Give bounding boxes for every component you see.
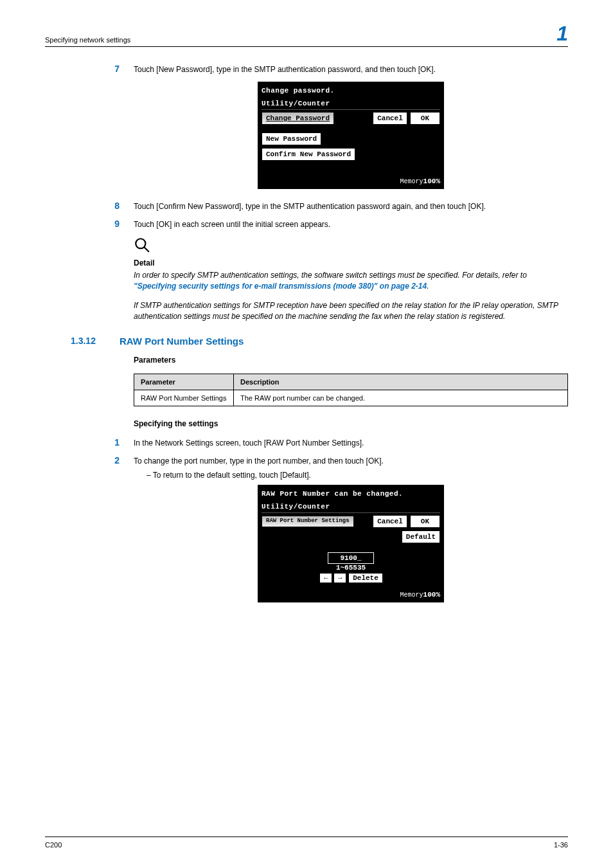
svg-line-1 <box>144 247 149 252</box>
spec-bullet: – To return to the default setting, touc… <box>147 469 568 481</box>
step-text: Touch [Confirm New Password], type in th… <box>134 201 568 212</box>
confirm-new-password-button[interactable]: Confirm New Password <box>262 148 355 161</box>
step-number: 7 <box>109 64 120 74</box>
port-number-field[interactable]: 9100_ <box>262 552 440 564</box>
step-number: 8 <box>109 201 120 211</box>
step-text: Touch [New Password], type in the SMTP a… <box>134 64 568 75</box>
step-9: 9 Touch [OK] in each screen until the in… <box>109 219 568 230</box>
lcd-screenshot-1: Change password. Utility/Counter Change … <box>134 82 568 189</box>
table-cell-parameter: RAW Port Number Settings <box>134 390 234 406</box>
footer-right: 1-36 <box>554 841 568 849</box>
step-number: 9 <box>109 219 120 229</box>
lcd-title: RAW Port Number can be changed. <box>262 490 440 498</box>
header-title: Specifying network settings <box>45 36 130 44</box>
cross-reference-link[interactable]: "Specifying security settings for e-mail… <box>134 282 427 291</box>
table-cell-description: The RAW port number can be changed. <box>234 390 568 406</box>
table-header-row: Parameter Description <box>134 374 568 390</box>
step-text: Touch [OK] in each screen until the init… <box>134 219 568 230</box>
chapter-number: 1 <box>556 23 568 44</box>
memory-status: Memory100% <box>262 177 440 185</box>
step-8: 8 Touch [Confirm New Password], type in … <box>109 201 568 212</box>
step-7: 7 Touch [New Password], type in the SMTP… <box>109 64 568 75</box>
cancel-button[interactable]: Cancel <box>373 112 407 125</box>
arrow-left-button[interactable]: ← <box>319 573 332 583</box>
step-number: 2 <box>109 455 120 466</box>
default-button[interactable]: Default <box>402 530 440 543</box>
specifying-settings-heading: Specifying the settings <box>134 419 568 428</box>
lcd-section-label: RAW Port Number Settings <box>262 516 354 527</box>
spec-step-1: 1 In the Network Settings screen, touch … <box>109 437 568 449</box>
svg-point-0 <box>136 239 145 248</box>
lcd-screenshot-2: RAW Port Number can be changed. Utility/… <box>134 485 568 602</box>
delete-button[interactable]: Delete <box>348 573 383 583</box>
memory-status: Memory100% <box>262 591 440 599</box>
section-number: 1.3.12 <box>71 336 105 347</box>
ok-button[interactable]: OK <box>410 112 440 125</box>
page-footer: C200 1-36 <box>45 836 568 849</box>
detail-heading: Detail <box>134 258 568 267</box>
magnifier-icon <box>134 237 568 256</box>
parameters-table: Parameter Description RAW Port Number Se… <box>134 374 568 406</box>
lcd-title: Change password. <box>262 87 440 95</box>
lcd-breadcrumb: Utility/Counter <box>262 503 440 511</box>
port-range-label: 1~65535 <box>262 564 440 572</box>
page-header: Specifying network settings 1 <box>45 23 568 47</box>
table-header-description: Description <box>234 374 568 390</box>
table-row: RAW Port Number Settings The RAW port nu… <box>134 390 568 406</box>
step-number: 1 <box>109 437 120 448</box>
new-password-button[interactable]: New Password <box>262 132 321 145</box>
footer-left: C200 <box>45 841 62 849</box>
lcd-section-label: Change Password <box>262 112 334 125</box>
section-heading: 1.3.12 RAW Port Number Settings <box>71 336 568 347</box>
detail-paragraph-2: If SMTP authentication settings for SMTP… <box>134 300 568 323</box>
detail-note: Detail In order to specify SMTP authenti… <box>134 237 568 323</box>
table-header-parameter: Parameter <box>134 374 234 390</box>
spec-step-2: 2 To change the port number, type in the… <box>109 455 568 467</box>
ok-button[interactable]: OK <box>410 515 440 528</box>
step-text: To change the port number, type in the p… <box>134 455 568 467</box>
detail-paragraph-1: In order to specify SMTP authentication … <box>134 270 568 293</box>
arrow-right-button[interactable]: → <box>333 573 346 583</box>
section-title: RAW Port Number Settings <box>120 336 244 347</box>
cancel-button[interactable]: Cancel <box>373 515 407 528</box>
step-text: In the Network Settings screen, touch [R… <box>134 437 568 449</box>
parameters-heading: Parameters <box>134 356 568 365</box>
lcd-breadcrumb: Utility/Counter <box>262 100 440 107</box>
